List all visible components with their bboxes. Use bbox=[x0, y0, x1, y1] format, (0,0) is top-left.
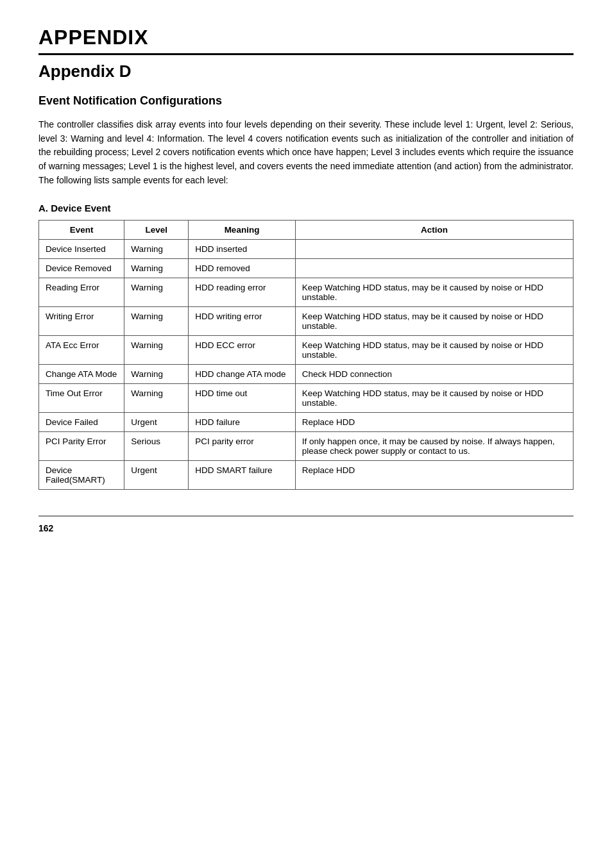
cell-event: Writing Error bbox=[39, 307, 124, 336]
subsection-title: A. Device Event bbox=[38, 203, 574, 213]
cell-event: Device Failed bbox=[39, 413, 124, 432]
table-header-row: Event Level Meaning Action bbox=[39, 221, 574, 240]
cell-level: Urgent bbox=[124, 413, 189, 432]
cell-meaning: HDD time out bbox=[189, 384, 296, 413]
cell-level: Warning bbox=[124, 278, 189, 307]
cell-meaning: HDD ECC error bbox=[189, 336, 296, 365]
cell-meaning: PCI parity error bbox=[189, 432, 296, 461]
device-event-table: Event Level Meaning Action Device Insert… bbox=[38, 220, 574, 490]
cell-action bbox=[295, 259, 573, 278]
table-row: Device InsertedWarningHDD inserted bbox=[39, 240, 574, 259]
cell-meaning: HDD reading error bbox=[189, 278, 296, 307]
cell-level: Warning bbox=[124, 336, 189, 365]
table-row: PCI Parity ErrorSeriousPCI parity errorI… bbox=[39, 432, 574, 461]
cell-action: Keep Watching HDD status, may be it caus… bbox=[295, 384, 573, 413]
cell-level: Warning bbox=[124, 384, 189, 413]
cell-meaning: HDD removed bbox=[189, 259, 296, 278]
section-title: Event Notification Configurations bbox=[38, 94, 574, 108]
cell-action: If only happen once, it may be caused by… bbox=[295, 432, 573, 461]
cell-action: Replace HDD bbox=[295, 413, 573, 432]
table-row: Device RemovedWarningHDD removed bbox=[39, 259, 574, 278]
table-row: Writing ErrorWarningHDD writing errorKee… bbox=[39, 307, 574, 336]
col-header-action: Action bbox=[295, 221, 573, 240]
cell-level: Serious bbox=[124, 432, 189, 461]
cell-event: Reading Error bbox=[39, 278, 124, 307]
cell-event: ATA Ecc Error bbox=[39, 336, 124, 365]
cell-event: Device Failed(SMART) bbox=[39, 461, 124, 490]
cell-meaning: HDD failure bbox=[189, 413, 296, 432]
intro-paragraph: The controller classifies disk array eve… bbox=[38, 118, 574, 187]
cell-event: Change ATA Mode bbox=[39, 365, 124, 384]
col-header-meaning: Meaning bbox=[189, 221, 296, 240]
cell-meaning: HDD writing error bbox=[189, 307, 296, 336]
page-number: 162 bbox=[38, 523, 574, 533]
cell-level: Warning bbox=[124, 365, 189, 384]
cell-meaning: HDD inserted bbox=[189, 240, 296, 259]
table-row: Reading ErrorWarningHDD reading errorKee… bbox=[39, 278, 574, 307]
appendix-d-title: Appendix D bbox=[38, 62, 574, 81]
cell-level: Warning bbox=[124, 240, 189, 259]
cell-event: PCI Parity Error bbox=[39, 432, 124, 461]
top-divider bbox=[38, 53, 574, 55]
cell-level: Urgent bbox=[124, 461, 189, 490]
cell-action bbox=[295, 240, 573, 259]
table-row: Change ATA ModeWarningHDD change ATA mod… bbox=[39, 365, 574, 384]
cell-event: Device Inserted bbox=[39, 240, 124, 259]
table-row: Time Out ErrorWarningHDD time outKeep Wa… bbox=[39, 384, 574, 413]
table-row: Device FailedUrgentHDD failureReplace HD… bbox=[39, 413, 574, 432]
appendix-title: APPENDIX bbox=[38, 26, 574, 49]
cell-event: Time Out Error bbox=[39, 384, 124, 413]
page-container: APPENDIX Appendix D Event Notification C… bbox=[38, 26, 574, 533]
cell-action: Replace HDD bbox=[295, 461, 573, 490]
cell-action: Keep Watching HDD status, may be it caus… bbox=[295, 278, 573, 307]
table-row: Device Failed(SMART)UrgentHDD SMART fail… bbox=[39, 461, 574, 490]
col-header-level: Level bbox=[124, 221, 189, 240]
col-header-event: Event bbox=[39, 221, 124, 240]
cell-level: Warning bbox=[124, 259, 189, 278]
cell-meaning: HDD SMART failure bbox=[189, 461, 296, 490]
footer-divider bbox=[38, 515, 574, 517]
cell-level: Warning bbox=[124, 307, 189, 336]
table-row: ATA Ecc ErrorWarningHDD ECC errorKeep Wa… bbox=[39, 336, 574, 365]
cell-meaning: HDD change ATA mode bbox=[189, 365, 296, 384]
cell-action: Keep Watching HDD status, may be it caus… bbox=[295, 336, 573, 365]
cell-action: Check HDD connection bbox=[295, 365, 573, 384]
cell-event: Device Removed bbox=[39, 259, 124, 278]
cell-action: Keep Watching HDD status, may be it caus… bbox=[295, 307, 573, 336]
